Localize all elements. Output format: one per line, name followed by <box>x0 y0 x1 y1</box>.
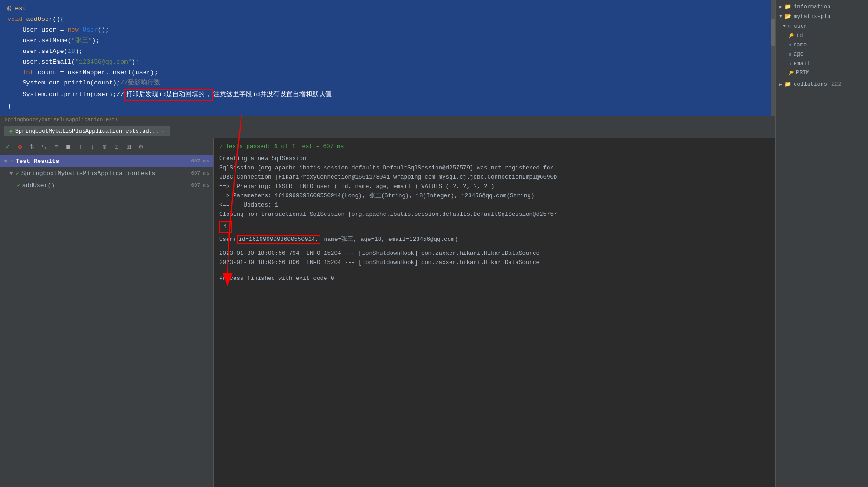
code-editor: @Test void addUser(){ User user = new Us… <box>0 0 775 116</box>
db-collations-count: 222 <box>831 81 842 88</box>
pass-badge: ✓ Tests passed: 1 of 1 test – 607 ms <box>219 142 344 151</box>
db-age-label: age <box>793 51 803 58</box>
db-item-mybatis[interactable]: ▼ 📂 mybatis-plu <box>776 12 868 21</box>
test-results-root[interactable]: ▼ ✓ Test Results 607 ms <box>0 155 213 167</box>
db-col-icon-name: ⊟ <box>789 43 791 48</box>
output-console[interactable]: ✓ Tests passed: 1 of 1 test – 607 ms Cre… <box>214 138 775 487</box>
breadcrumb: SpringbootMybatisPlusApplicationTests <box>0 116 775 124</box>
db-folder-open-icon: 📂 <box>784 13 791 20</box>
keyword-void: void <box>7 15 26 25</box>
align-button-2[interactable]: ≣ <box>63 142 73 152</box>
value-red-box: 1 <box>219 221 232 233</box>
db-key-icon-prim: 🔑 <box>789 71 794 76</box>
bottom-panel: ✓ ⊘ ⇅ ⇆ ≡ ≣ ↑ ↓ ⊕ ⊡ ⊞ ⚙ ▼ ✓ Test Results <box>0 138 775 487</box>
code-editor-section: @Test void addUser(){ User user = new Us… <box>0 0 775 124</box>
pass-icon: ✓ <box>219 142 223 151</box>
db-mybatis-label: mybatis-plu <box>794 13 830 20</box>
suite-label: SpringbootMybatisPlusApplicationTests <box>21 170 156 177</box>
stop-button[interactable]: ⊘ <box>15 142 25 152</box>
scrollbar[interactable] <box>771 0 775 116</box>
console-line-7: Closing non transactional SqlSession [or… <box>219 210 770 219</box>
db-prim-label: PRIM <box>796 70 809 76</box>
db-folder-icon-col: 📁 <box>784 81 791 88</box>
console-line-1: Creating a new SqlSession <box>219 154 770 163</box>
console-line-4: ==> Preparing: INSERT INTO user ( id, na… <box>219 182 770 191</box>
console-line-6: <== Updates: 1 <box>219 201 770 210</box>
method-label: addUser() <box>22 182 55 189</box>
code-line-9: System.out.println(user);//打印后发现id是自动回填的… <box>0 89 775 101</box>
db-item-collations[interactable]: ▶ 📁 collations 222 <box>776 79 868 89</box>
annotation: @Test <box>7 4 26 14</box>
check-icon: ✓ <box>10 157 14 165</box>
console-line-5: ==> Parameters: 1619999093600550914(Long… <box>219 191 770 201</box>
user-output-line: User(id=1619999093600550914, name=张三, ag… <box>219 235 770 244</box>
code-line-5: user.setAge(18); <box>0 46 775 57</box>
suite-check-icon: ✓ <box>16 169 20 177</box>
log-line-2: 2023-01-30 18:00:56.806 INFO 15204 --- [… <box>219 258 770 267</box>
log-line-1: 2023-01-30 18:00:56.794 INFO 15204 --- [… <box>219 249 770 258</box>
db-id-label: id <box>796 32 803 39</box>
sort-button-2[interactable]: ⇆ <box>39 142 49 152</box>
db-col-prim[interactable]: 🔑 PRIM <box>776 68 868 78</box>
test-suite-row[interactable]: ▼ ✓ SpringbootMybatisPlusApplicationTest… <box>0 167 213 179</box>
db-key-icon: 🔑 <box>789 33 794 39</box>
code-line-8: System.out.println(count);//受影响行数 <box>0 78 775 89</box>
db-col-icon-age: ⊟ <box>789 52 791 57</box>
suite-duration: 607 ms <box>191 170 209 176</box>
tab-bar: ◆ SpringbootMybatisPlusApplicationTests.… <box>0 124 775 138</box>
db-name-label: name <box>793 42 807 48</box>
test-results-label: Test Results <box>16 158 59 165</box>
tab-test-file[interactable]: ◆ SpringbootMybatisPlusApplicationTests.… <box>4 126 170 136</box>
tab-green-dot: ◆ <box>9 128 13 134</box>
exit-line: Process finished with exit code 0 <box>219 274 770 283</box>
root-duration: 607 ms <box>191 158 209 164</box>
code-line-7: int count = userMapper.insert(user); <box>0 68 775 78</box>
db-arrow-right-icon: ▶ <box>779 4 782 10</box>
code-line-10: } <box>0 101 775 112</box>
code-line-1: @Test <box>0 4 775 14</box>
settings-button[interactable]: ⚙ <box>136 142 146 152</box>
align-button-1[interactable]: ≡ <box>51 142 61 152</box>
sort-button-1[interactable]: ⇅ <box>27 142 37 152</box>
db-email-label: email <box>793 60 810 67</box>
up-button[interactable]: ↑ <box>75 142 85 152</box>
suite-arrow-icon: ▼ <box>9 170 13 177</box>
tab-label: SpringbootMybatisPlusApplicationTests.ad… <box>15 128 159 135</box>
db-col-email[interactable]: ⊟ email <box>776 59 868 68</box>
expand-button[interactable]: ⊞ <box>124 142 134 152</box>
console-line-2: SqlSession [org.apache.ibatis.session.de… <box>219 163 770 173</box>
db-item-user-table[interactable]: ▼ ⊞ user <box>776 21 868 31</box>
method-duration: 607 ms <box>191 182 209 188</box>
db-arrow-right-icon-col: ▶ <box>779 82 782 87</box>
db-browser: ▶ 📁 information ▼ 📂 mybatis-plu ▼ ⊞ user… <box>775 0 868 487</box>
db-item-information[interactable]: ▶ 📁 information <box>776 2 868 12</box>
db-table-icon: ⊞ <box>788 23 791 30</box>
db-col-age[interactable]: ⊟ age <box>776 50 868 59</box>
user-id-red-box: id=1619999093600550914, <box>237 235 321 244</box>
pass-text: Tests passed: 1 of 1 test – 607 ms <box>226 142 344 151</box>
db-col-id[interactable]: 🔑 id <box>776 31 868 40</box>
db-information-label: information <box>794 4 830 10</box>
code-line-2: void addUser(){ <box>0 14 775 25</box>
main-content: @Test void addUser(){ User user = new Us… <box>0 0 775 487</box>
export-button[interactable]: ⊡ <box>111 142 122 152</box>
value-output-line: 1 <box>219 221 770 233</box>
arrow-down-icon: ▼ <box>4 158 7 165</box>
down-button[interactable]: ↓ <box>87 142 98 152</box>
db-collations-label: collations <box>794 81 827 88</box>
code-line-4: user.setName("张三"); <box>0 36 775 46</box>
test-method-row[interactable]: ✓ addUser() 607 ms <box>0 179 213 191</box>
tab-close-button[interactable]: × <box>162 129 164 134</box>
db-folder-icon: 📁 <box>784 3 791 10</box>
code-line-6: user.setEmail("123456@qq.com"); <box>0 57 775 68</box>
test-toolbar: ✓ ⊘ ⇅ ⇆ ≡ ≣ ↑ ↓ ⊕ ⊡ ⊞ ⚙ <box>0 138 213 155</box>
test-sidebar: ✓ ⊘ ⇅ ⇆ ≡ ≣ ↑ ↓ ⊕ ⊡ ⊞ ⚙ ▼ ✓ Test Results <box>0 138 214 487</box>
db-col-name[interactable]: ⊟ name <box>776 40 868 50</box>
search-button[interactable]: ⊕ <box>99 142 110 152</box>
method-name: addUser <box>26 15 53 25</box>
db-arrow-down-icon-user: ▼ <box>783 24 786 29</box>
db-arrow-down-icon-mybatis: ▼ <box>779 14 782 19</box>
method-check-icon: ✓ <box>17 182 20 189</box>
check-button[interactable]: ✓ <box>3 142 13 152</box>
red-highlight-comment: 打印后发现id是自动回填的， <box>124 89 213 101</box>
